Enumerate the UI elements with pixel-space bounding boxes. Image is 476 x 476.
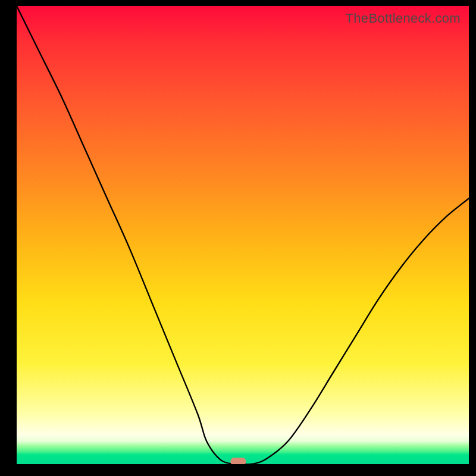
chart-overlay — [17, 6, 469, 464]
chart-plot-area: TheBottleneck.com — [17, 6, 469, 464]
bottleneck-curve — [17, 6, 469, 464]
marker-icon — [230, 458, 246, 464]
chart-frame: TheBottleneck.com — [0, 0, 476, 476]
